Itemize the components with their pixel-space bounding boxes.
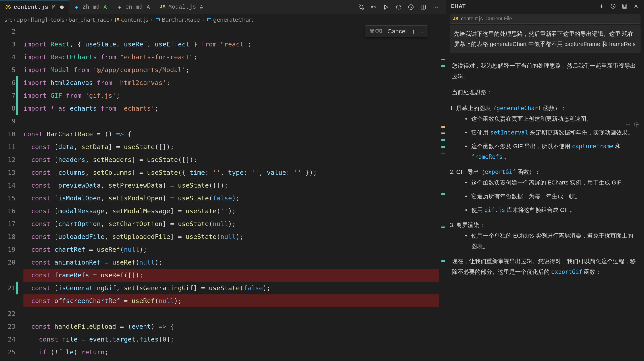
- breadcrumb-segment[interactable]: tools: [51, 16, 64, 23]
- svg-point-1: [362, 8, 364, 10]
- code-line[interactable]: const [columns, setColumns] = useState({…: [24, 166, 446, 179]
- refresh-icon[interactable]: [395, 4, 402, 10]
- editor-pane: JScontent.jsM◆zh.mdA◆en.mdAJSModal.jsA s…: [0, 0, 446, 361]
- md-file-icon: ◆: [116, 4, 123, 10]
- unsaved-dot-icon: [60, 6, 64, 9]
- svg-marker-2: [384, 5, 388, 9]
- js-file-icon: JS: [453, 16, 458, 21]
- arrow-down-icon[interactable]: ↓: [420, 28, 424, 35]
- clock-icon[interactable]: [407, 4, 414, 10]
- tab-label: content.js: [14, 4, 48, 10]
- code-line[interactable]: import * as echarts from 'echarts';: [24, 102, 446, 115]
- code-line[interactable]: import GIF from 'gif.js';: [24, 89, 446, 102]
- tab-Modal-js[interactable]: JSModal.jsA: [154, 0, 208, 14]
- bullet: 使用 gif.js 库来将这些帧组合成 GIF。: [465, 204, 638, 215]
- breadcrumb-segment[interactable]: [lang]: [31, 16, 47, 23]
- svg-rect-15: [622, 4, 627, 8]
- history-icon[interactable]: [610, 3, 616, 10]
- js-file-icon: JS: [115, 17, 120, 22]
- section-2: GIF 导出（exportGif 函数）： 这个函数负责创建一个离屏的 ECha…: [456, 166, 638, 215]
- code-line[interactable]: [24, 307, 446, 320]
- code-line[interactable]: const animationRef = useRef(null);: [24, 256, 446, 269]
- code-line[interactable]: const frameRefs = useRef([]);: [24, 269, 446, 282]
- cancel-label[interactable]: Cancel: [388, 28, 407, 35]
- find-cancel-widget: ⌘⌫ Cancel ↑ ↓: [365, 26, 428, 38]
- svg-rect-9: [156, 18, 160, 21]
- code-line[interactable]: const [chartOption, setChartOption] = us…: [24, 218, 446, 230]
- chat-title: CHAT: [450, 3, 466, 9]
- section-3: 离屏渲染： 使用一个单独的 ECharts 实例进行离屏渲染，避免干扰页面上的图…: [456, 220, 638, 252]
- close-icon[interactable]: [632, 3, 640, 10]
- code-line[interactable]: import html2canvas from 'html2canvas';: [24, 76, 446, 89]
- shortcut-label: ⌘⌫: [369, 28, 382, 34]
- tab-label: zh.md: [82, 4, 100, 10]
- bullet: 它使用 setInterval 来定期更新数据和年份，实现动画效果。: [465, 127, 638, 138]
- code-line[interactable]: const [previewData, setPreviewData] = us…: [24, 179, 446, 192]
- code-line[interactable]: const handleFileUpload = (event) => {: [24, 320, 446, 333]
- code-line[interactable]: const BarChartRace = () => {: [24, 128, 446, 140]
- code-line[interactable]: import React, { useState, useRef, useEff…: [24, 38, 446, 51]
- bullet: 它遍历所有年份数据，为每一年生成一帧。: [465, 191, 638, 202]
- svg-point-8: [437, 7, 438, 8]
- reply-intro: 您说得对，我为您解释一下当前的处理思路，然后我们一起重新审视导出逻辑。: [452, 60, 638, 82]
- bullet: 这个函数不涉及 GIF 导出，所以不使用 captureFrame 和 fram…: [465, 141, 638, 162]
- tab-status: A: [200, 4, 203, 10]
- code-line[interactable]: import ReactECharts from "echarts-for-re…: [24, 51, 446, 64]
- dock-icon[interactable]: [621, 3, 628, 10]
- user-message-text: 先给我讲下这里的处理思路，然后重新看下这里的导出逻辑。这里 现在屏幕上的表格 g…: [454, 30, 636, 47]
- symbol-icon: [155, 17, 160, 22]
- tab-status: A: [146, 4, 150, 10]
- bullet: 使用一个单独的 ECharts 实例进行离屏渲染，避免干扰页面上的图表。: [465, 230, 638, 252]
- symbol-icon: [206, 17, 212, 22]
- tab-label: en.md: [126, 4, 143, 10]
- section-1: 屏幕上的图表（generateChart 函数）： 这个函数负责在页面上创建和更…: [456, 103, 638, 162]
- breadcrumb[interactable]: src›app›[lang]›tools›bar_chart_race› JS …: [0, 14, 446, 25]
- context-filename: content.js: [461, 16, 482, 22]
- breadcrumb-segment[interactable]: app: [16, 16, 27, 23]
- code-line[interactable]: const [isModalOpen, setIsModalOpen] = us…: [24, 192, 446, 204]
- code-line[interactable]: const [headers, setHeaders] = useState([…: [24, 153, 446, 166]
- breadcrumb-segment[interactable]: src: [4, 16, 12, 23]
- bullet: 这个函数负责在页面上创建和更新动态竞速图。: [465, 114, 638, 124]
- svg-rect-16: [624, 5, 626, 8]
- js-file-icon: JS: [160, 4, 166, 10]
- context-label: Current File: [486, 16, 512, 22]
- code-line[interactable]: [24, 115, 446, 128]
- new-chat-icon[interactable]: [598, 3, 605, 10]
- svg-point-0: [359, 5, 361, 6]
- svg-rect-10: [208, 18, 211, 21]
- svg-rect-19: [636, 124, 639, 127]
- chat-panel: CHAT JS content.js Current File 先给我讲下这里的…: [446, 0, 644, 361]
- tab-actions: [358, 4, 446, 10]
- code-line[interactable]: const [isGeneratingGif, setIsGeneratingG…: [24, 282, 446, 294]
- tab-status: M: [52, 4, 55, 10]
- editor[interactable]: ⌘⌫ Cancel ↑ ↓ 23456789101112131415161718…: [0, 25, 446, 361]
- svg-line-14: [613, 6, 614, 7]
- code-line[interactable]: const [uploadedFile, setUploadedFile] = …: [24, 230, 446, 243]
- code-line[interactable]: const offscreenChartRef = useRef(null);: [24, 294, 446, 307]
- more-icon[interactable]: [432, 4, 439, 10]
- breadcrumb-file: content.js: [121, 16, 148, 23]
- tab-en-md[interactable]: ◆en.mdA: [112, 0, 154, 14]
- code-line[interactable]: const [data, setData] = useState([]);: [24, 140, 446, 153]
- minimap[interactable]: [439, 25, 446, 361]
- code-line[interactable]: const file = event.target.files[0];: [24, 333, 446, 346]
- code-line[interactable]: import Modal from '@/app/components/Moda…: [24, 64, 446, 76]
- undo-icon[interactable]: [370, 4, 377, 10]
- code-area[interactable]: import React, { useState, useRef, useEff…: [20, 25, 446, 358]
- code-line[interactable]: if (!file) return;: [24, 346, 446, 358]
- heading-current: 当前处理思路：: [452, 87, 638, 98]
- git-compare-icon[interactable]: [358, 4, 365, 10]
- tab-label: Modal.js: [168, 4, 196, 10]
- tab-content-js[interactable]: JScontent.jsM: [0, 0, 68, 14]
- arrow-up-icon[interactable]: ↑: [412, 28, 415, 35]
- code-line[interactable]: const chartRef = useRef(null);: [24, 243, 446, 256]
- split-editor-icon[interactable]: [420, 4, 427, 10]
- svg-point-7: [435, 7, 436, 8]
- tab-status: A: [104, 4, 106, 10]
- tab-zh-md[interactable]: ◆zh.mdA: [68, 0, 112, 14]
- breadcrumb-segment[interactable]: bar_chart_race: [68, 16, 110, 23]
- run-icon[interactable]: [382, 4, 390, 10]
- code-line[interactable]: const [modalMessage, setModalMessage] = …: [24, 204, 446, 218]
- chat-context[interactable]: JS content.js Current File: [450, 14, 640, 24]
